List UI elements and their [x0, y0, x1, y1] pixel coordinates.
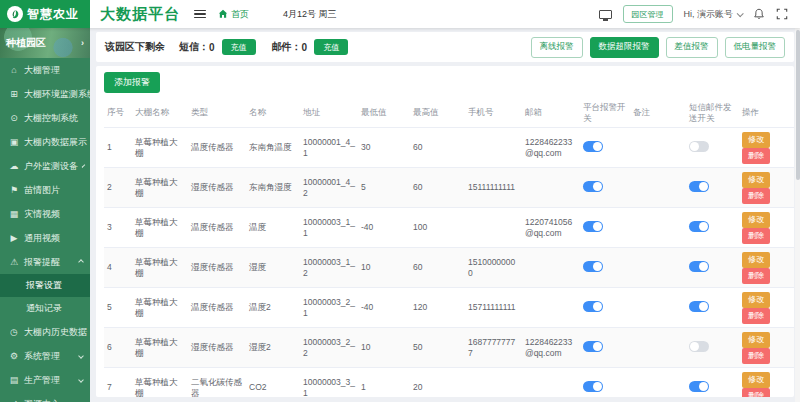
cell-no: 6 — [104, 328, 132, 368]
cell-phone — [465, 368, 522, 397]
sms-recharge-button[interactable]: 充值 — [222, 39, 256, 55]
cell-address: 10000001_4_2 — [300, 168, 358, 208]
platform-alarm-toggle[interactable] — [583, 221, 603, 232]
sidebar-subitem-通知记录[interactable]: 通知记录 — [0, 297, 90, 320]
sidebar-item-label: 大棚环境监测系统 — [24, 88, 90, 101]
delete-button[interactable]: 删除 — [742, 388, 770, 397]
tab-低电量报警[interactable]: 低电量报警 — [725, 37, 786, 58]
cell-max: 120 — [410, 288, 465, 328]
sidebar-item-大棚环境监测系统[interactable]: ⊞ 大棚环境监测系统 — [0, 82, 90, 106]
sms-email-send-toggle[interactable] — [689, 181, 709, 192]
cell-min: 10 — [358, 248, 410, 288]
logo: 智慧农业 — [0, 0, 90, 28]
cell-max: 60 — [410, 248, 465, 288]
platform-alarm-toggle[interactable] — [583, 141, 603, 152]
sidebar-item-系统管理[interactable]: ⚙ 系统管理 — [0, 344, 90, 368]
sms-email-send-toggle[interactable] — [689, 301, 709, 312]
cell-max: 50 — [410, 328, 465, 368]
delete-button[interactable]: 删除 — [742, 308, 770, 324]
park-banner-arrow-icon: › — [81, 38, 84, 48]
edit-button[interactable]: 修改 — [742, 172, 770, 188]
cell-email — [522, 368, 580, 397]
cell-email — [522, 168, 580, 208]
park-banner[interactable]: 种植园区 › — [0, 28, 90, 58]
mail-recharge-button[interactable]: 充值 — [314, 39, 348, 55]
chevron-down-icon — [737, 10, 744, 17]
sms-email-send-toggle[interactable] — [689, 221, 709, 232]
monitor-icon[interactable] — [599, 10, 612, 19]
edit-button[interactable]: 修改 — [742, 292, 770, 308]
cell-email: 1228462233@qq.com — [522, 328, 580, 368]
delete-button[interactable]: 删除 — [742, 188, 770, 204]
sidebar-item-生产管理[interactable]: ▤ 生产管理 — [0, 368, 90, 392]
seedling-image-icon: ⚑ — [9, 185, 19, 195]
sidebar-item-户外监测设备[interactable]: ☁ 户外监测设备 — [0, 154, 90, 178]
sidebar-item-大棚控制系统[interactable]: ⊙ 大棚控制系统 — [0, 106, 90, 130]
main-area: 种植园区 › ⌂ 大棚管理 ⊞ 大棚环境监测系统 ⊙ 大棚控制系统 ▣ 大棚内数… — [0, 28, 800, 402]
scrollbar-thumb[interactable] — [796, 30, 800, 180]
sidebar-item-灾情视频[interactable]: ▦ 灾情视频 — [0, 202, 90, 226]
platform-alarm-toggle[interactable] — [583, 181, 603, 192]
breadcrumb-home[interactable]: 首页 — [218, 8, 249, 21]
platform-alarm-toggle[interactable] — [583, 341, 603, 352]
system-icon: ⚙ — [9, 351, 19, 361]
table-row: 7 草莓种植大棚 二氧化碳传感器 CO2 10000003_3_1 1 20 修… — [104, 368, 794, 397]
topbar-right: 园区管理 Hi, 演示账号 — [599, 5, 800, 23]
delete-button[interactable]: 删除 — [742, 348, 770, 364]
cell-address: 10000003_3_1 — [300, 368, 358, 397]
alarm-table: 序号大棚名称类型名称地址最低值最高值手机号邮箱平台报警开关备注短信邮件发送开关操… — [104, 98, 794, 397]
bell-icon[interactable] — [753, 8, 765, 20]
tab-数据超限报警[interactable]: 数据超限报警 — [590, 37, 659, 58]
cell-type: 温度传感器 — [188, 288, 246, 328]
tab-离线报警[interactable]: 离线报警 — [531, 37, 583, 58]
sms-email-send-toggle[interactable] — [689, 261, 709, 272]
edit-button[interactable]: 修改 — [742, 372, 770, 388]
sidebar-item-大棚内历史数据[interactable]: ◷ 大棚内历史数据 — [0, 320, 90, 344]
sms-email-send-toggle[interactable] — [689, 341, 709, 352]
sidebar-item-溯源中心[interactable]: ⇄ 溯源中心 — [0, 392, 90, 402]
cell-name: 东南角温度 — [246, 128, 300, 168]
cell-remark — [630, 288, 686, 328]
edit-button[interactable]: 修改 — [742, 252, 770, 268]
delete-button[interactable]: 删除 — [742, 148, 770, 164]
sidebar-item-通用视频[interactable]: ▶ 通用视频 — [0, 226, 90, 250]
cell-max: 60 — [410, 168, 465, 208]
park-manage-button[interactable]: 园区管理 — [623, 5, 673, 23]
platform-alarm-toggle[interactable] — [583, 261, 603, 272]
sidebar-item-大棚管理[interactable]: ⌂ 大棚管理 — [0, 58, 90, 82]
cell-greenhouse: 草莓种植大棚 — [132, 128, 188, 168]
sidebar-item-报警提醒[interactable]: ⚠ 报警提醒 — [0, 250, 90, 274]
hamburger-menu-icon[interactable] — [194, 10, 206, 19]
sms-email-send-toggle[interactable] — [689, 381, 709, 392]
cell-remark — [630, 328, 686, 368]
cell-remark — [630, 168, 686, 208]
platform-alarm-toggle[interactable] — [583, 301, 603, 312]
scrollbar[interactable] — [795, 28, 800, 402]
column-header: 最高值 — [410, 98, 465, 128]
add-alarm-button[interactable]: 添加报警 — [104, 72, 160, 93]
edit-button[interactable]: 修改 — [742, 212, 770, 228]
home-icon: ⌂ — [9, 65, 19, 75]
chevron-down-icon — [78, 377, 84, 383]
sidebar-subitem-报警设置[interactable]: 报警设置 — [0, 274, 90, 297]
delete-button[interactable]: 删除 — [742, 228, 770, 244]
fullscreen-icon[interactable] — [776, 8, 788, 20]
cell-greenhouse: 草莓种植大棚 — [132, 248, 188, 288]
edit-button[interactable]: 修改 — [742, 332, 770, 348]
delete-button[interactable]: 删除 — [742, 268, 770, 284]
sidebar-item-苗情图片[interactable]: ⚑ 苗情图片 — [0, 178, 90, 202]
column-header: 邮箱 — [522, 98, 580, 128]
tab-差值报警[interactable]: 差值报警 — [666, 37, 718, 58]
cell-min: 30 — [358, 128, 410, 168]
sms-email-send-toggle[interactable] — [689, 141, 709, 152]
table-row: 5 草莓种植大棚 温度传感器 温度2 10000003_2_1 -40 120 … — [104, 288, 794, 328]
sidebar-item-大棚内数据展示[interactable]: ▣ 大棚内数据展示 — [0, 130, 90, 154]
cell-remark — [630, 128, 686, 168]
platform-alarm-toggle[interactable] — [583, 381, 603, 392]
edit-button[interactable]: 修改 — [742, 132, 770, 148]
cell-phone: 16877777777 — [465, 328, 522, 368]
cell-no: 7 — [104, 368, 132, 397]
brand-leaf-icon — [7, 6, 23, 22]
cell-min: 10 — [358, 328, 410, 368]
user-menu[interactable]: Hi, 演示账号 — [684, 8, 743, 21]
